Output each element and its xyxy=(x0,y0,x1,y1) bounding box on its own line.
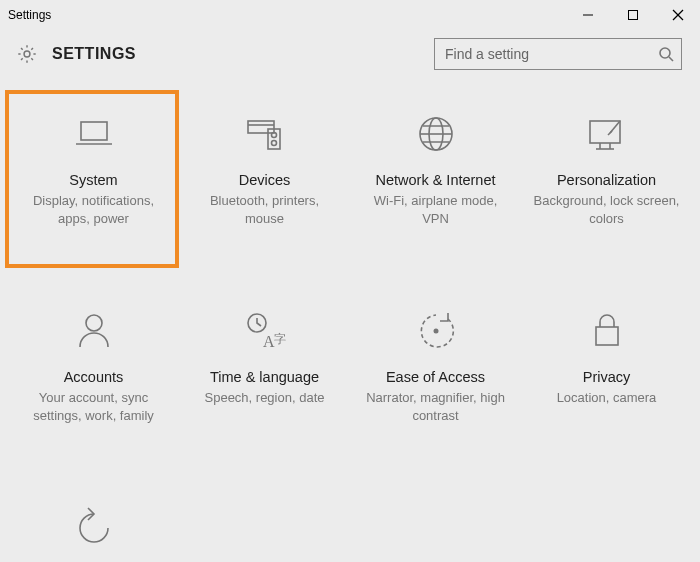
tile-update-security[interactable]: Update & security Windows Update, recove… xyxy=(8,494,179,562)
tile-devices[interactable]: Devices Bluetooth, printers, mouse xyxy=(179,100,350,237)
close-button[interactable] xyxy=(655,0,700,30)
tile-sub: Speech, region, date xyxy=(205,389,325,407)
search-input[interactable] xyxy=(434,38,682,70)
search-icon xyxy=(658,46,674,62)
tile-system[interactable]: System Display, notifications, apps, pow… xyxy=(8,100,179,237)
laptop-icon xyxy=(69,110,119,158)
svg-rect-8 xyxy=(248,121,274,133)
tile-accounts[interactable]: Accounts Your account, sync settings, wo… xyxy=(8,297,179,434)
tile-sub: Narrator, magnifier, high contrast xyxy=(361,389,511,424)
minimize-button[interactable] xyxy=(565,0,610,30)
tile-title: Devices xyxy=(239,172,291,188)
tile-personalization[interactable]: Personalization Background, lock screen,… xyxy=(521,100,692,237)
ease-of-access-icon xyxy=(414,307,458,355)
page-title: SETTINGS xyxy=(52,45,136,63)
svg-rect-1 xyxy=(628,11,637,20)
svg-point-24 xyxy=(433,329,438,334)
personalization-icon xyxy=(582,110,632,158)
gear-icon xyxy=(16,43,38,65)
tile-sub: Location, camera xyxy=(557,389,657,407)
search-wrap xyxy=(434,38,682,70)
window-title: Settings xyxy=(8,8,51,22)
tile-ease-of-access[interactable]: Ease of Access Narrator, magnifier, high… xyxy=(350,297,521,434)
tile-title: Privacy xyxy=(583,369,631,385)
svg-point-4 xyxy=(24,51,30,57)
window-controls xyxy=(565,0,700,30)
svg-rect-7 xyxy=(81,122,107,140)
update-icon xyxy=(72,504,116,552)
svg-point-11 xyxy=(271,133,276,138)
time-language-icon: A 字 xyxy=(241,307,289,355)
titlebar: Settings xyxy=(0,0,700,30)
maximize-button[interactable] xyxy=(610,0,655,30)
header: SETTINGS xyxy=(0,30,700,90)
svg-point-5 xyxy=(660,48,670,58)
tile-sub: Bluetooth, printers, mouse xyxy=(190,192,340,227)
settings-grid: System Display, notifications, apps, pow… xyxy=(0,90,700,562)
svg-rect-16 xyxy=(590,121,620,143)
tile-title: Ease of Access xyxy=(386,369,485,385)
tile-title: System xyxy=(69,172,117,188)
tile-sub: Wi-Fi, airplane mode, VPN xyxy=(361,192,511,227)
tile-network[interactable]: Network & Internet Wi-Fi, airplane mode,… xyxy=(350,100,521,237)
tile-title: Personalization xyxy=(557,172,656,188)
tile-title: Time & language xyxy=(210,369,319,385)
tile-time-language[interactable]: A 字 Time & language Speech, region, date xyxy=(179,297,350,434)
tile-privacy[interactable]: Privacy Location, camera xyxy=(521,297,692,434)
svg-text:字: 字 xyxy=(274,332,286,346)
tile-title: Network & Internet xyxy=(375,172,495,188)
accounts-icon xyxy=(72,307,116,355)
tile-sub: Background, lock screen, colors xyxy=(532,192,682,227)
tile-sub: Your account, sync settings, work, famil… xyxy=(19,389,169,424)
globe-icon xyxy=(414,110,458,158)
svg-rect-25 xyxy=(596,327,618,345)
svg-line-6 xyxy=(669,57,673,61)
svg-point-12 xyxy=(271,141,276,146)
tile-sub: Display, notifications, apps, power xyxy=(19,192,169,227)
tile-title: Accounts xyxy=(64,369,124,385)
devices-icon xyxy=(240,110,290,158)
svg-point-20 xyxy=(86,315,102,331)
lock-icon xyxy=(587,307,627,355)
